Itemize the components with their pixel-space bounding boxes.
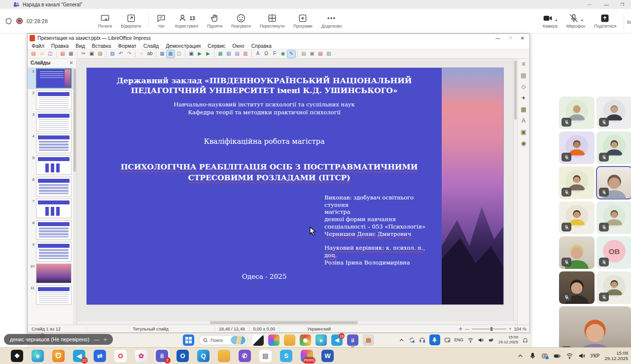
- titlebar-more-button[interactable]: ⋯: [587, 2, 592, 7]
- weather-cloud-icon[interactable]: [488, 337, 494, 343]
- copilot-icon[interactable]: PERS: [301, 350, 313, 362]
- table-icon[interactable]: ▦: [216, 50, 224, 58]
- start-show-icon[interactable]: ▶: [196, 50, 204, 58]
- snip-icon[interactable]: [444, 337, 451, 343]
- chevron-down-icon[interactable]: ▾: [555, 18, 557, 23]
- search-input[interactable]: Поиск: [199, 335, 248, 345]
- chat-notification-pill[interactable]: денис чернишов (Не перевірено) — +: [4, 334, 113, 345]
- participant-tile[interactable]: [559, 166, 595, 199]
- chat-button[interactable]: Чат: [152, 11, 171, 31]
- chevron-down-icon[interactable]: ▾: [581, 18, 583, 23]
- special-char-icon[interactable]: Ω: [262, 50, 270, 58]
- task-view-icon[interactable]: [252, 334, 264, 346]
- menu-окно[interactable]: Окно: [232, 43, 244, 49]
- participant-tile[interactable]: [596, 271, 631, 304]
- outlook-icon[interactable]: O: [176, 350, 189, 362]
- canvas-horizontal-scrollbar[interactable]: [77, 320, 517, 325]
- camera-button[interactable]: ▾Камера: [538, 11, 562, 31]
- slide-panel-scrollbar[interactable]: [73, 67, 76, 325]
- gallery-icon[interactable]: ▣: [521, 129, 526, 135]
- undo-icon[interactable]: ↶: [117, 50, 125, 58]
- slide-thumbnail-4[interactable]: 4: [28, 132, 73, 154]
- unpin-button[interactable]: Відкріпити: [116, 11, 145, 31]
- new-icon[interactable]: ▤: [30, 50, 37, 58]
- snap-icon[interactable]: ◫: [175, 50, 183, 58]
- language-indicator[interactable]: УКР: [591, 353, 600, 359]
- grid-icon[interactable]: ▦: [158, 50, 166, 58]
- slide-thumbnail-10[interactable]: 10: [28, 263, 73, 284]
- opera-icon[interactable]: O: [114, 350, 127, 362]
- impress-close-button[interactable]: ✕: [521, 35, 525, 41]
- cut-icon[interactable]: ✂: [79, 50, 87, 58]
- teams-icon[interactable]: ii2: [156, 350, 168, 362]
- image-icon[interactable]: ▧: [225, 50, 233, 58]
- delete-slide-icon[interactable]: ▤: [316, 50, 324, 58]
- paste-icon[interactable]: ▨: [96, 50, 104, 58]
- zoom-in-button[interactable]: +: [509, 327, 511, 331]
- pill-minimize-button[interactable]: —: [94, 336, 99, 342]
- tray-expand-icon[interactable]: [398, 337, 405, 343]
- apps-button[interactable]: Програми: [289, 11, 317, 31]
- tray-expand-icon[interactable]: [517, 352, 524, 360]
- copilot-icon[interactable]: [268, 334, 280, 346]
- slide-1[interactable]: Державний заклад «ПІВДЕННОУКРАЇНСЬКИЙ НА…: [87, 68, 503, 304]
- edge-icon[interactable]: e: [316, 334, 327, 346]
- photos-icon[interactable]: ✿: [135, 350, 147, 362]
- open-icon[interactable]: ▱: [38, 50, 46, 58]
- participant-tile[interactable]: [596, 132, 631, 164]
- volume-icon[interactable]: [478, 337, 484, 343]
- status-zoom-level[interactable]: 104 %: [514, 327, 526, 331]
- properties-icon[interactable]: ▤: [521, 72, 526, 79]
- canvas-vertical-scrollbar[interactable]: [513, 59, 517, 325]
- slide-thumbnail-8[interactable]: 8: [28, 219, 73, 241]
- transitions-icon[interactable]: ◇: [521, 83, 526, 90]
- mic-button[interactable]: ▾Мікрофон: [562, 11, 590, 31]
- search-app-icon[interactable]: Q: [197, 350, 210, 362]
- animation-icon[interactable]: ✦: [521, 95, 526, 101]
- status-language[interactable]: Украинский: [280, 327, 358, 331]
- sync-icon[interactable]: [409, 337, 415, 343]
- draw-functions-icon[interactable]: ✎: [287, 50, 295, 58]
- minimize-button[interactable]: —: [604, 2, 609, 7]
- restore-button[interactable]: ❐: [621, 2, 624, 7]
- view-button[interactable]: Переглянути: [255, 11, 289, 31]
- textbox-icon[interactable]: A: [254, 50, 262, 58]
- slide-thumbnail-5[interactable]: 5: [28, 154, 73, 176]
- export-pdf-icon[interactable]: ▤: [59, 50, 67, 58]
- explorer-icon[interactable]: [284, 334, 295, 346]
- save-icon[interactable]: ◫: [46, 50, 54, 58]
- styles-icon[interactable]: A: [522, 117, 526, 124]
- slide-thumbnail-3[interactable]: 3: [28, 111, 73, 132]
- hyperlink-icon[interactable]: ◉: [279, 50, 287, 58]
- navigator-icon[interactable]: ◉: [521, 140, 526, 147]
- menu-вид[interactable]: Вид: [75, 43, 85, 49]
- menu-формат[interactable]: Формат: [118, 43, 136, 49]
- telegram-icon[interactable]: ◀22: [73, 350, 85, 362]
- menu-слайд[interactable]: Слайд: [143, 43, 159, 49]
- participant-tile[interactable]: [596, 166, 631, 199]
- language-indicator[interactable]: ENG: [455, 337, 463, 342]
- telegram-icon[interactable]: ◀19: [331, 334, 343, 346]
- wifi-icon[interactable]: [566, 352, 573, 360]
- chart-icon[interactable]: ▥: [242, 50, 249, 58]
- participant-tile[interactable]: [559, 132, 595, 164]
- firefox-icon[interactable]: ᗜ: [52, 350, 65, 362]
- zoom-slider[interactable]: [472, 329, 506, 330]
- show-from-current-icon[interactable]: ▶: [204, 50, 212, 58]
- explorer-icon[interactable]: [218, 350, 230, 362]
- react-button[interactable]: Реагувати: [227, 11, 255, 31]
- master-icon[interactable]: ▣: [187, 50, 195, 58]
- pill-add-button[interactable]: +: [104, 336, 106, 342]
- participant-tile[interactable]: [559, 271, 595, 304]
- participant-tile[interactable]: [596, 201, 631, 234]
- wifi-icon[interactable]: [467, 337, 474, 343]
- duplicate-slide-icon[interactable]: ▣: [308, 50, 316, 58]
- leave-button[interactable]: Вийти: [627, 17, 631, 26]
- chrome-icon[interactable]: ◉: [300, 334, 311, 346]
- clock[interactable]: 15:0929.12.2025: [604, 350, 628, 362]
- headphones-icon[interactable]: [419, 337, 425, 343]
- impress-titlebar[interactable]: Презентация на захист.pptx — LibreOffice…: [28, 34, 529, 42]
- notepad-icon[interactable]: ▤: [259, 350, 272, 362]
- copy-icon[interactable]: ▣: [88, 50, 96, 58]
- viber-icon[interactable]: ✆: [239, 350, 251, 362]
